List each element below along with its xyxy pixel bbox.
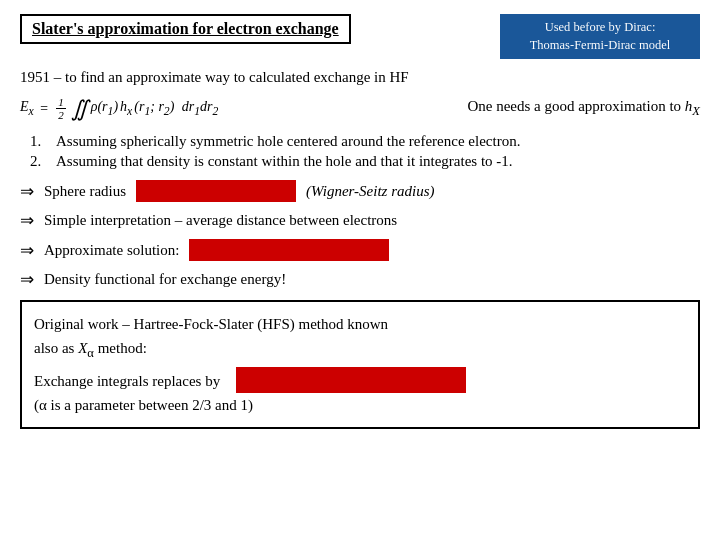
- ex-formula: Ex = 1 2 ∬ ρ(r1) hx (r1; r2) dr1dr2: [20, 96, 218, 121]
- num-2: 2.: [30, 153, 48, 170]
- bottom-line3-text: Exchange integrals replaces by: [34, 369, 220, 393]
- arrow-icon-2: ⇒: [20, 210, 34, 231]
- sphere-radius-label: Sphere radius: [44, 183, 126, 200]
- bottom-line3-row: Exchange integrals replaces by: [34, 367, 686, 393]
- header-row: Slater's approximation for electron exch…: [20, 14, 700, 59]
- bottom-line2: also as Xα method:: [34, 336, 686, 363]
- page: Slater's approximation for electron exch…: [0, 0, 720, 540]
- title-text: Slater's approximation for electron exch…: [32, 20, 339, 37]
- sphere-radius-redacted: [136, 180, 296, 202]
- arrow-row-sphere-radius: ⇒ Sphere radius (Wigner-Seitz radius): [20, 180, 700, 202]
- arrow-row-simple-interp: ⇒ Simple interpretation – average distan…: [20, 210, 700, 231]
- approx-text: One needs a good approximation to hX: [467, 98, 700, 119]
- wigner-seitz-text: (Wigner-Seitz radius): [306, 183, 434, 200]
- simple-interp-text: Simple interpretation – average distance…: [44, 212, 397, 229]
- slide-title: Slater's approximation for electron exch…: [20, 14, 351, 44]
- assumption-2: 2. Assuming that density is constant wit…: [30, 153, 700, 170]
- intro-text: 1951 – to find an approximate way to cal…: [20, 69, 700, 86]
- numbered-list: 1. Assuming spherically symmetric hole c…: [20, 133, 700, 170]
- formula-row: Ex = 1 2 ∬ ρ(r1) hx (r1; r2) dr1dr2 One …: [20, 96, 700, 121]
- bottom-line4: (α is a parameter between 2/3 and 1): [34, 393, 686, 417]
- assumption-1-text: Assuming spherically symmetric hole cent…: [56, 133, 520, 150]
- num-1: 1.: [30, 133, 48, 150]
- arrow-icon-1: ⇒: [20, 181, 34, 202]
- bottom-line1: Original work – Hartree-Fock-Slater (HFS…: [34, 312, 686, 336]
- arrow-icon-3: ⇒: [20, 240, 34, 261]
- used-line2: Thomas-Fermi-Dirac model: [530, 38, 671, 52]
- arrow-row-approx-solution: ⇒ Approximate solution:: [20, 239, 700, 261]
- used-line1: Used before by Dirac:: [545, 20, 656, 34]
- assumption-2-text: Assuming that density is constant within…: [56, 153, 513, 170]
- approx-solution-redacted: [189, 239, 389, 261]
- assumption-1: 1. Assuming spherically symmetric hole c…: [30, 133, 700, 150]
- density-functional-text: Density functional for exchange energy!: [44, 271, 286, 288]
- bottom-redacted: [236, 367, 466, 393]
- arrow-row-density: ⇒ Density functional for exchange energy…: [20, 269, 700, 290]
- approx-solution-label: Approximate solution:: [44, 242, 179, 259]
- arrow-icon-4: ⇒: [20, 269, 34, 290]
- used-before-box: Used before by Dirac: Thomas-Fermi-Dirac…: [500, 14, 700, 59]
- bottom-box: Original work – Hartree-Fock-Slater (HFS…: [20, 300, 700, 429]
